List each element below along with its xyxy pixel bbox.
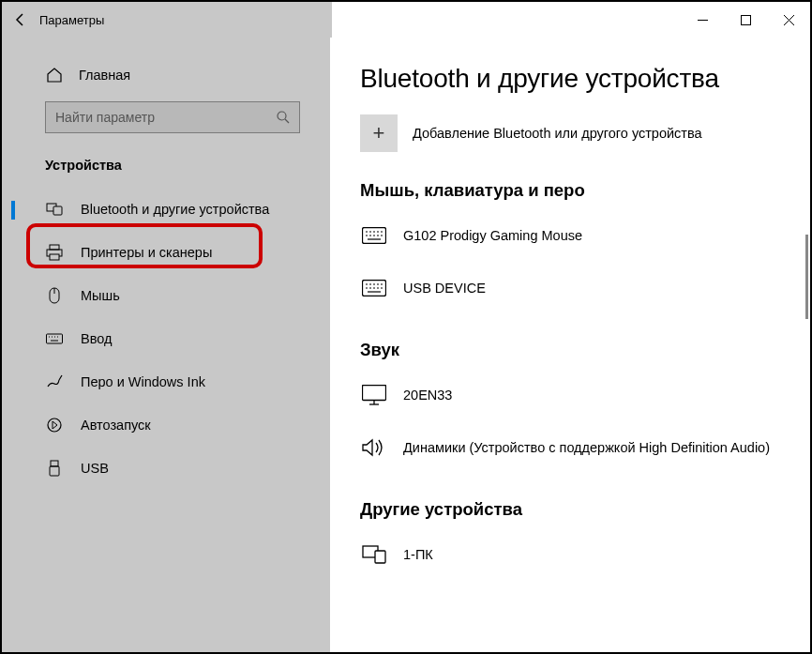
keyboard-icon: [360, 274, 388, 302]
device-item[interactable]: G102 Prodigy Gaming Mouse: [360, 214, 791, 257]
window-title: Параметры: [39, 13, 104, 27]
group-title-audio: Звук: [360, 340, 791, 360]
back-button[interactable]: [2, 2, 39, 38]
home-label: Главная: [79, 68, 130, 83]
device-item[interactable]: Динамики (Устройство с поддержкой High D…: [360, 426, 791, 469]
nav-label: Bluetooth и другие устройства: [81, 202, 269, 217]
home-icon: [45, 66, 64, 84]
group-title-input: Мышь, клавиатура и перо: [360, 180, 791, 201]
svg-rect-8: [50, 245, 59, 250]
search-input[interactable]: Найти параметр: [45, 101, 300, 133]
nav-label: USB: [81, 461, 109, 476]
svg-rect-20: [51, 461, 58, 466]
section-title: Устройства: [2, 141, 330, 178]
nav-label: Ввод: [81, 331, 112, 346]
svg-line-5: [285, 119, 289, 123]
svg-rect-21: [50, 466, 59, 476]
minimize-button[interactable]: [681, 2, 724, 38]
device-icon: [360, 540, 388, 569]
svg-rect-10: [50, 254, 59, 260]
nav-label: Мышь: [81, 288, 120, 303]
monitor-icon: [360, 381, 388, 409]
add-device-button[interactable]: + Добавление Bluetooth или другого устро…: [360, 114, 791, 152]
nav-label: Автозапуск: [81, 418, 151, 433]
keyboard-icon: [45, 329, 64, 348]
device-item[interactable]: 20EN33: [360, 373, 791, 417]
mouse-icon: [45, 286, 64, 305]
active-indicator: [11, 201, 15, 220]
maximize-button[interactable]: [724, 2, 767, 38]
nav-printers[interactable]: Принтеры и сканеры: [2, 231, 330, 274]
usb-icon: [45, 459, 64, 478]
search-icon: [277, 111, 290, 124]
svg-point-4: [278, 112, 286, 120]
svg-point-19: [48, 418, 61, 432]
nav-list: Bluetooth и другие устройства Принтеры и…: [2, 178, 330, 490]
nav-typing[interactable]: Ввод: [2, 317, 330, 360]
sidebar: Главная Найти параметр Устройства: [2, 38, 330, 652]
home-link[interactable]: Главная: [2, 56, 330, 94]
close-button[interactable]: [767, 2, 810, 38]
content-area: Bluetooth и другие устройства + Добавлен…: [330, 38, 810, 652]
device-item[interactable]: USB DEVICE: [360, 266, 791, 310]
svg-rect-13: [47, 334, 63, 343]
device-name: 20EN33: [403, 388, 452, 403]
speaker-icon: [360, 433, 388, 462]
group-title-other: Другие устройства: [360, 499, 791, 520]
svg-rect-7: [53, 206, 62, 215]
titlebar: Параметры: [2, 2, 810, 38]
nav-mouse[interactable]: Мышь: [2, 274, 330, 317]
autoplay-icon: [45, 416, 64, 434]
plus-icon: +: [360, 114, 398, 152]
svg-rect-46: [363, 386, 386, 401]
devices-icon: [45, 200, 64, 219]
page-title: Bluetooth и другие устройства: [360, 64, 791, 94]
svg-rect-50: [375, 551, 385, 563]
scrollbar[interactable]: [805, 235, 808, 319]
search-placeholder: Найти параметр: [55, 110, 155, 125]
keyboard-icon: [360, 221, 388, 250]
nav-usb[interactable]: USB: [2, 447, 330, 490]
nav-bluetooth[interactable]: Bluetooth и другие устройства: [2, 188, 330, 231]
nav-pen[interactable]: Перо и Windows Ink: [2, 360, 330, 403]
device-name: USB DEVICE: [403, 281, 486, 296]
nav-label: Перо и Windows Ink: [81, 374, 205, 389]
add-device-label: Добавление Bluetooth или другого устройс…: [413, 126, 702, 141]
svg-rect-1: [741, 15, 750, 24]
nav-label: Принтеры и сканеры: [81, 245, 212, 260]
nav-autoplay[interactable]: Автозапуск: [2, 403, 330, 447]
device-name: Динамики (Устройство с поддержкой High D…: [403, 440, 770, 455]
device-item[interactable]: 1-ПК: [360, 533, 791, 576]
printer-icon: [45, 243, 64, 262]
pen-icon: [45, 373, 64, 391]
device-name: 1-ПК: [403, 547, 433, 562]
device-name: G102 Prodigy Gaming Mouse: [403, 228, 582, 243]
